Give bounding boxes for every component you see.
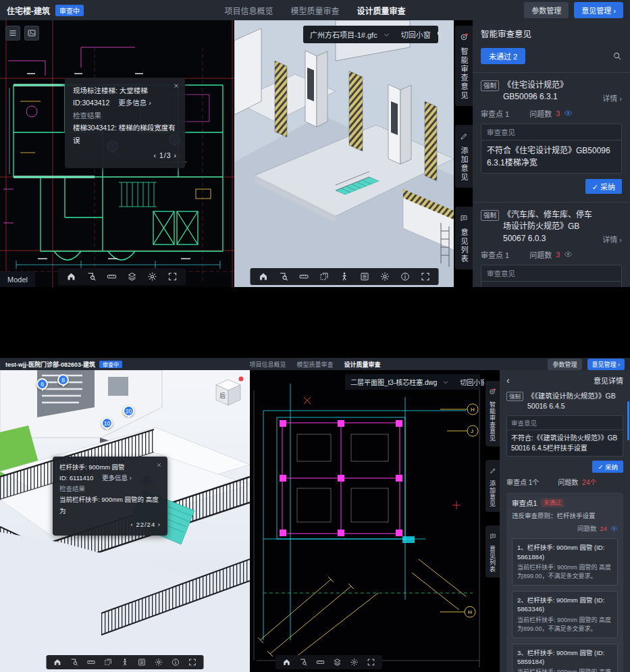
home-icon[interactable] — [258, 272, 268, 282]
zoom-select-icon[interactable] — [299, 658, 308, 667]
tab-model-quality[interactable]: 模型质量审查 — [296, 360, 333, 369]
tab-opinion-list[interactable]: 意见列表 — [455, 207, 473, 269]
cad-toolbar — [275, 655, 382, 669]
back-icon[interactable]: ‹ — [506, 376, 510, 385]
switch-window-label[interactable]: 切回小窗 — [401, 29, 431, 40]
measure-icon[interactable] — [298, 272, 309, 282]
fullscreen-icon[interactable] — [420, 272, 430, 282]
issue-item[interactable]: 3、栏杆扶手: 900mm 圆管 (ID: 5859184) 当前栏杆扶手: 9… — [512, 644, 618, 672]
mandatory-badge: 强制 — [481, 210, 499, 221]
info-icon[interactable] — [172, 658, 180, 667]
accept-button[interactable]: ✓ 采纳 — [585, 179, 622, 194]
tooltip-element-id: ID: 6111410 — [59, 474, 93, 482]
walkthrough-icon[interactable] — [339, 272, 349, 282]
tab-model-quality[interactable]: 模型质量审查 — [290, 5, 339, 16]
eye-icon[interactable] — [564, 109, 573, 118]
scrollbar[interactable] — [627, 401, 629, 440]
cad-viewer-top[interactable]: 1 2 现场标注楼梯: 大堂楼梯 ID:3043412 更多信息 › 检查结果 … — [0, 20, 234, 287]
issue-marker[interactable]: 6 — [36, 378, 48, 390]
opinion-text: 不符合《住宅设计规范》GB50096 6.3.1楼梯净宽 — [481, 140, 621, 173]
fullscreen-icon[interactable] — [367, 658, 375, 667]
detail-link[interactable]: 详情 › — [602, 234, 622, 244]
issue-marker[interactable]: 8 — [57, 374, 69, 386]
review-point-summary: 审查点 1个 — [506, 477, 539, 487]
accept-button[interactable]: ✓ 采纳 — [592, 461, 623, 473]
tab-add-opinion[interactable]: 添加意见 — [485, 460, 500, 512]
fullscreen-icon[interactable] — [188, 658, 197, 667]
search-icon[interactable] — [612, 51, 622, 61]
cad-image-button[interactable] — [24, 26, 39, 41]
tab-smart-review[interactable]: 智能审查意见 — [455, 26, 473, 106]
divider — [473, 202, 630, 203]
eye-icon[interactable] — [610, 525, 618, 532]
opinion-label: 审查意见 — [481, 265, 621, 282]
more-info-link[interactable]: 更多信息 › — [102, 474, 132, 482]
opinion-manage-button[interactable]: 意见管理 › — [574, 2, 623, 18]
switch-window-label[interactable]: 切回小窗 — [460, 377, 484, 387]
opinion-manage-button[interactable]: 意见管理 › — [587, 359, 625, 370]
fail-badge: 未通过 — [541, 498, 564, 507]
layers-icon[interactable] — [127, 272, 137, 282]
tab-project-info[interactable]: 项目信息概览 — [224, 5, 273, 16]
model-viewer-top[interactable]: 广州方石项目-1#.gfc 切回小窗 — [234, 20, 454, 287]
cad-file-selector: 二层平面图_t3-核芯柱塞.dwg 切回小窗 — [345, 374, 480, 390]
param-manage-button[interactable]: 参数管理 — [548, 359, 581, 370]
issue-count-label: 问题数 — [529, 249, 552, 260]
section-box-icon[interactable] — [104, 658, 113, 667]
home-icon[interactable] — [282, 658, 291, 667]
issue-item[interactable]: 2、栏杆扶手: 900mm 圆管 (ID: 5863346) 当前栏杆扶手: 9… — [512, 591, 618, 638]
tab-add-opinion[interactable]: 添加意见 — [455, 125, 473, 188]
view-cube-label[interactable]: 后 — [219, 392, 226, 399]
tooltip-pager[interactable]: ‹ 1/3 › — [73, 149, 177, 161]
settings-icon[interactable] — [350, 658, 359, 667]
section-box-icon[interactable] — [319, 272, 329, 282]
chevron-down-icon[interactable] — [383, 31, 390, 38]
issue-item[interactable]: 1、栏杆扶手: 900mm 圆管 (ID: 5861884) 当前栏杆扶手: 9… — [512, 538, 618, 586]
review-status-badge: 审查中 — [55, 5, 84, 16]
settings-icon[interactable] — [379, 272, 390, 282]
measure-icon[interactable] — [87, 658, 96, 667]
properties-list-icon[interactable] — [359, 272, 369, 282]
home-icon[interactable] — [66, 272, 76, 282]
zoom-select-icon[interactable] — [86, 272, 97, 282]
top-nav-tabs: 项目信息概览 模型质量审查 设计质量审查 — [224, 5, 405, 16]
layers-icon[interactable] — [333, 658, 342, 667]
model-file-name[interactable]: 广州方石项目-1#.gfc — [310, 29, 377, 40]
top-header-actions: 参数管理 意见管理 › — [524, 2, 623, 18]
model-viewer-bottom[interactable]: 后 6 8 20 10 22 栏杆扶手: 900mm 圆管 ID: 611141… — [0, 370, 250, 672]
param-manage-button[interactable]: 参数管理 — [524, 2, 569, 18]
close-icon[interactable] — [172, 81, 181, 91]
cad-viewer-bottom[interactable]: H J H 二层平面图_t3-核芯柱塞.dwg 切回小窗 — [250, 370, 484, 672]
tooltip-pager[interactable]: ‹ 22/24 › — [59, 519, 161, 530]
failed-filter-button[interactable]: 未通过 2 — [481, 48, 525, 64]
info-icon[interactable] — [400, 272, 410, 282]
measure-icon[interactable] — [107, 272, 117, 282]
detail-link[interactable]: 详情 › — [602, 93, 622, 103]
eye-icon[interactable] — [564, 250, 573, 259]
model-space-tab[interactable]: Model — [0, 272, 35, 287]
properties-list-icon[interactable] — [138, 658, 147, 667]
switch-window-icon[interactable] — [436, 30, 444, 38]
issue-marker[interactable]: 20 — [123, 405, 134, 417]
chevron-down-icon[interactable] — [442, 379, 449, 386]
close-icon[interactable] — [154, 460, 163, 469]
tab-project-info[interactable]: 项目信息概览 — [249, 360, 286, 369]
home-icon[interactable] — [53, 658, 62, 667]
zoom-select-icon[interactable] — [70, 658, 79, 667]
tab-opinion-list[interactable]: 意见列表 — [485, 525, 500, 577]
issue-marker[interactable]: 10 — [101, 417, 113, 429]
measure-icon[interactable] — [316, 658, 325, 667]
more-info-link[interactable]: 更多信息 › — [118, 99, 151, 107]
walkthrough-icon[interactable] — [121, 658, 130, 667]
zoom-select-icon[interactable] — [278, 272, 288, 282]
tab-design-quality[interactable]: 设计质量审查 — [357, 5, 406, 16]
tab-design-quality[interactable]: 设计质量审查 — [344, 360, 381, 369]
cad-menu-button[interactable] — [5, 26, 20, 41]
settings-icon[interactable] — [155, 658, 163, 667]
cad-file-name[interactable]: 二层平面图_t3-核芯柱塞.dwg — [350, 377, 437, 387]
review-point-label: 审查点 1 — [481, 249, 509, 260]
settings-icon[interactable] — [147, 272, 157, 282]
tab-smart-review[interactable]: 智能审查意见 — [485, 381, 500, 446]
fullscreen-icon[interactable] — [167, 272, 178, 282]
rule-title: 《《建筑设计防火规范》》GB 50016 6.4.5 — [527, 391, 623, 411]
